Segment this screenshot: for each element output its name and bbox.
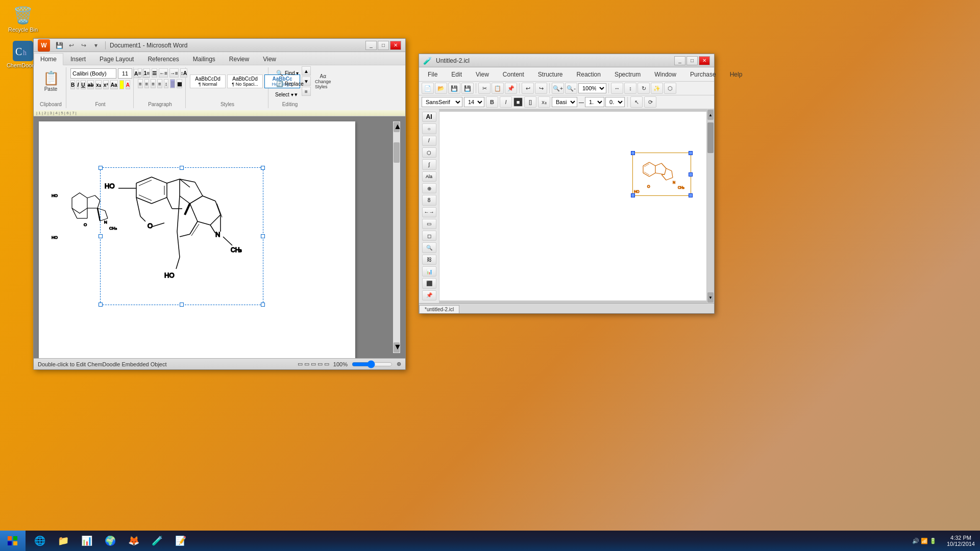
tool-3d[interactable]: ⬛ bbox=[422, 278, 436, 288]
quick-access-dropdown[interactable]: ▾ bbox=[91, 40, 101, 51]
taskbar-ie[interactable]: 🌐 bbox=[29, 532, 51, 549]
word-close-button[interactable]: ✕ bbox=[390, 41, 401, 50]
chem-redo-button[interactable]: ↪ bbox=[535, 83, 547, 94]
bold-button[interactable]: B bbox=[70, 80, 75, 89]
tool-arrow[interactable]: ←→ bbox=[422, 207, 436, 217]
handle-top-right[interactable] bbox=[261, 166, 265, 170]
chemdoodle-minimize-button[interactable]: _ bbox=[674, 56, 685, 65]
chem-zoom-in-button[interactable]: 🔍+ bbox=[552, 83, 564, 94]
menu-window[interactable]: Window bbox=[648, 68, 683, 80]
tool-chain[interactable]: ⛓ bbox=[422, 255, 436, 265]
menu-purchase[interactable]: Purchase bbox=[683, 68, 723, 80]
chemdoodle-maximize-button[interactable]: □ bbox=[687, 56, 698, 65]
canvas-molecule-selected[interactable]: O bbox=[632, 153, 691, 196]
tab-view[interactable]: View bbox=[256, 53, 283, 65]
superscript-button[interactable]: x² bbox=[103, 80, 109, 89]
taskbar-excel[interactable]: 📊 bbox=[76, 532, 97, 549]
chem-bold-button[interactable]: B bbox=[486, 96, 498, 108]
canvas-scroll-thumb[interactable] bbox=[707, 122, 714, 153]
taskbar-firefox[interactable]: 🦊 bbox=[123, 532, 144, 549]
font-size-input[interactable] bbox=[118, 68, 132, 79]
numbering-button[interactable]: 1≡ bbox=[143, 68, 150, 78]
font-size-dropdown[interactable]: 14 12 16 bbox=[464, 97, 484, 107]
taskbar-chemdoodle[interactable]: 🧪 bbox=[146, 532, 168, 549]
shading-button[interactable]: ░ bbox=[170, 79, 175, 88]
align-left-button[interactable]: ≡ bbox=[138, 79, 143, 88]
tab-mailings[interactable]: Mailings bbox=[186, 53, 222, 65]
chem-flip-h-button[interactable]: ↔ bbox=[611, 83, 623, 94]
tool-periodic[interactable]: 📊 bbox=[422, 266, 436, 277]
menu-reaction[interactable]: Reaction bbox=[570, 68, 607, 80]
multilevel-button[interactable]: ☰ bbox=[152, 68, 157, 78]
handle-bottom[interactable] bbox=[180, 303, 184, 307]
tool-hexagon[interactable]: ⬡ bbox=[422, 147, 436, 158]
highlight-button[interactable]: A bbox=[119, 80, 124, 89]
style-normal[interactable]: AaBbCcDd ¶ Normal bbox=[190, 74, 226, 88]
chem-save-button[interactable]: 💾 bbox=[448, 83, 460, 94]
chem-save-as-button[interactable]: 💾 bbox=[461, 83, 474, 94]
chem-new-button[interactable]: 📄 bbox=[422, 83, 434, 94]
embedded-chem-object[interactable]: HO bbox=[100, 167, 263, 305]
chem-rotate-button[interactable]: ↻ bbox=[638, 83, 650, 94]
font-case-button[interactable]: Aa bbox=[110, 80, 118, 89]
style-dropdown[interactable]: Basic Standard bbox=[552, 97, 577, 107]
font-color-button[interactable]: A bbox=[126, 80, 130, 89]
tool-plus[interactable]: ⊕ bbox=[422, 183, 436, 193]
chem-rotate3d-button[interactable]: ⟳ bbox=[644, 96, 656, 108]
tool-erase[interactable]: 8 bbox=[422, 195, 436, 205]
handle-right[interactable] bbox=[261, 234, 265, 238]
chem-italic-button[interactable]: I bbox=[500, 96, 512, 108]
line-width-dropdown[interactable]: 1.2 1.0 1.5 bbox=[585, 97, 604, 107]
tool-curve[interactable]: ∫ bbox=[422, 159, 436, 169]
chem-move-button[interactable]: ↖ bbox=[630, 96, 643, 108]
subscript-button[interactable]: x₂ bbox=[95, 80, 102, 89]
chem-subscript-button[interactable]: x₂ bbox=[538, 96, 550, 108]
scroll-up-button[interactable]: ▲ bbox=[394, 122, 400, 132]
recycle-bin-icon[interactable]: 🗑️ Recycle Bin bbox=[5, 5, 41, 33]
font-family-dropdown[interactable]: SansSerif Serif Monospace bbox=[422, 97, 462, 107]
tool-label[interactable]: Ala bbox=[422, 171, 436, 182]
chemdoodle-canvas[interactable]: O bbox=[439, 112, 706, 300]
canvas-scroll-up[interactable]: ▲ bbox=[707, 110, 714, 120]
align-center-button[interactable]: ≡ bbox=[144, 79, 150, 88]
handle-bottom-right[interactable] bbox=[261, 303, 265, 307]
taskbar-word[interactable]: 📝 bbox=[170, 532, 191, 549]
line-spacing-button[interactable]: ↕ bbox=[164, 79, 169, 88]
scroll-thumb[interactable] bbox=[394, 142, 400, 163]
chem-bracket-button[interactable]: [] bbox=[524, 96, 536, 108]
menu-view[interactable]: View bbox=[469, 68, 496, 80]
chem-open-button[interactable]: 📂 bbox=[435, 83, 447, 94]
underline-button[interactable]: U bbox=[81, 80, 85, 89]
handle-left[interactable] bbox=[99, 234, 103, 238]
tab-home[interactable]: Home bbox=[34, 53, 63, 65]
chem-file-tab[interactable]: *untitled-2.icl bbox=[419, 305, 459, 313]
tool-circle[interactable]: ○ bbox=[422, 123, 436, 134]
document-area[interactable]: N CH₃ HO HO O bbox=[34, 116, 405, 358]
select-button[interactable]: Select ▾ ▾ bbox=[273, 90, 307, 99]
menu-spectrum[interactable]: Spectrum bbox=[608, 68, 647, 80]
chemdoodle-close-button[interactable]: ✕ bbox=[699, 56, 710, 65]
replace-button[interactable]: 🔄 Replace bbox=[273, 79, 307, 89]
tab-page-layout[interactable]: Page Layout bbox=[93, 53, 140, 65]
tool-bracket[interactable]: 🔍 bbox=[422, 242, 436, 253]
handle-top-left[interactable] bbox=[99, 166, 103, 170]
strikethrough-button[interactable]: ab bbox=[87, 80, 94, 89]
tool-line[interactable]: / bbox=[422, 136, 436, 146]
tool-pin[interactable]: 📌 bbox=[422, 290, 436, 300]
align-right-button[interactable]: ≡ bbox=[151, 79, 156, 88]
quick-redo-button[interactable]: ↪ bbox=[79, 40, 89, 51]
tool-text[interactable]: AI bbox=[422, 112, 436, 122]
handle-top[interactable] bbox=[180, 166, 184, 170]
sel-handle-tl[interactable] bbox=[631, 151, 635, 155]
tab-review[interactable]: Review bbox=[223, 53, 256, 65]
sel-handle-tr[interactable] bbox=[689, 151, 693, 155]
sel-handle-br[interactable] bbox=[689, 193, 693, 197]
tab-insert[interactable]: Insert bbox=[64, 53, 92, 65]
bond-width-dropdown[interactable]: 0.5 0.3 0.8 bbox=[605, 97, 625, 107]
taskbar-explorer[interactable]: 📁 bbox=[53, 532, 74, 549]
menu-content[interactable]: Content bbox=[496, 68, 531, 80]
taskbar-clock[interactable]: 4:32 PM 10/12/2014 bbox=[942, 535, 980, 547]
find-button[interactable]: 🔍 Find ▾ bbox=[273, 68, 307, 78]
increase-indent-button[interactable]: →≡ bbox=[169, 68, 179, 78]
bullets-button[interactable]: ≡ bbox=[138, 68, 142, 78]
